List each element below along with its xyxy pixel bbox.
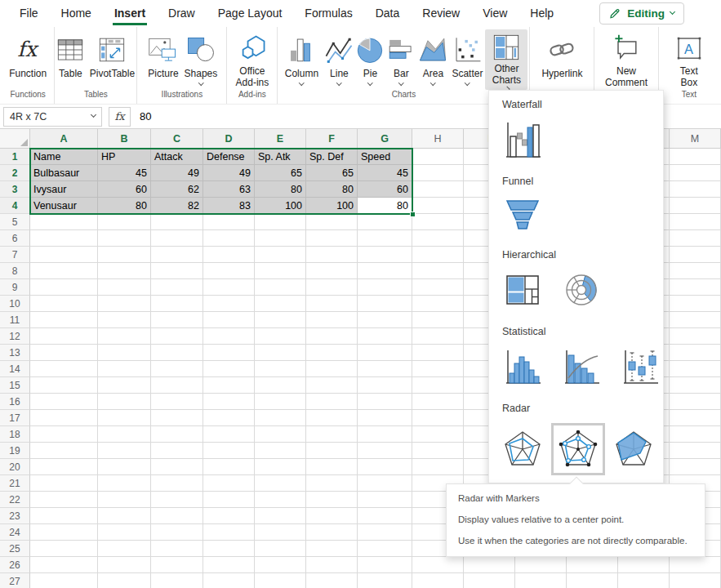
row-header-1[interactable]: 1 xyxy=(0,149,30,165)
ribbon-button-office-addins[interactable]: Office Add-ins xyxy=(229,29,275,90)
row-header-3[interactable]: 3 xyxy=(0,181,30,198)
menu-insert[interactable]: Insert xyxy=(103,0,157,27)
menu-view[interactable]: View xyxy=(471,0,518,27)
cell-A3[interactable]: Ivysaur xyxy=(30,181,98,198)
cell-D2[interactable]: 49 xyxy=(203,165,255,181)
row-header-21[interactable]: 21 xyxy=(0,475,30,492)
ribbon-button-column-chart[interactable]: Column xyxy=(279,29,323,90)
column-header-M[interactable]: M xyxy=(670,129,721,149)
row-header-15[interactable]: 15 xyxy=(0,377,30,394)
row-header-2[interactable]: 2 xyxy=(0,165,30,181)
sunburst-chart-icon[interactable] xyxy=(561,270,602,310)
ribbon-button-function[interactable]: fx Function xyxy=(3,29,52,90)
cell-A1[interactable]: Name xyxy=(30,149,98,165)
insert-function-button[interactable]: fx xyxy=(109,107,131,127)
editing-mode-button[interactable]: Editing xyxy=(599,2,684,24)
cell-E1[interactable]: Sp. Atk xyxy=(255,149,306,165)
cell-D3[interactable]: 63 xyxy=(203,181,255,198)
menu-review[interactable]: Review xyxy=(411,0,471,27)
histogram-chart-icon[interactable] xyxy=(502,346,543,387)
fill-handle[interactable] xyxy=(410,212,416,217)
row-header-9[interactable]: 9 xyxy=(0,279,30,296)
cell-F1[interactable]: Sp. Def xyxy=(306,149,358,165)
cell-F2[interactable]: 65 xyxy=(306,165,358,181)
row-header-17[interactable]: 17 xyxy=(0,410,30,426)
menu-draw[interactable]: Draw xyxy=(157,0,207,27)
column-header-B[interactable]: B xyxy=(98,129,151,149)
cell-C1[interactable]: Attack xyxy=(151,149,203,165)
cell-G4[interactable]: 80 xyxy=(358,198,412,214)
filled-radar-chart-icon[interactable] xyxy=(613,429,654,470)
ribbon-button-other-charts[interactable]: Other Charts xyxy=(485,29,527,90)
ribbon-button-pivottable[interactable]: PivotTable xyxy=(87,29,137,90)
cell-G3[interactable]: 60 xyxy=(358,181,412,198)
ribbon-button-pie-chart[interactable]: Pie xyxy=(354,29,385,90)
funnel-chart-icon[interactable] xyxy=(502,196,543,234)
column-header-E[interactable]: E xyxy=(255,129,306,149)
cell-B1[interactable]: HP xyxy=(98,149,151,165)
pareto-chart-icon[interactable] xyxy=(561,346,602,387)
ribbon-button-hyperlink[interactable]: Hyperlink xyxy=(532,29,592,90)
cell-C4[interactable]: 82 xyxy=(151,198,203,214)
menu-home[interactable]: Home xyxy=(50,0,103,27)
row-header-8[interactable]: 8 xyxy=(0,263,30,279)
cell-E2[interactable]: 65 xyxy=(255,165,306,181)
ribbon-button-bar-chart[interactable]: Bar xyxy=(385,29,416,90)
cell-D1[interactable]: Defense xyxy=(203,149,255,165)
radar-chart-icon[interactable] xyxy=(502,429,543,470)
cell-E4[interactable]: 100 xyxy=(255,198,306,214)
row-header-11[interactable]: 11 xyxy=(0,312,30,328)
cell-E3[interactable]: 80 xyxy=(255,181,306,198)
menu-page-layout[interactable]: Page Layout xyxy=(207,0,294,27)
row-header-7[interactable]: 7 xyxy=(0,247,30,263)
ribbon-button-shapes[interactable]: Shapes xyxy=(182,29,220,90)
cell-F4[interactable]: 100 xyxy=(306,198,358,214)
column-header-D[interactable]: D xyxy=(203,129,255,149)
row-header-23[interactable]: 23 xyxy=(0,508,30,524)
row-header-20[interactable]: 20 xyxy=(0,459,30,475)
row-header-13[interactable]: 13 xyxy=(0,345,30,361)
select-all-corner[interactable] xyxy=(0,129,30,149)
name-box[interactable]: 4R x 7C xyxy=(3,107,102,127)
row-header-19[interactable]: 19 xyxy=(0,443,30,459)
row-header-16[interactable]: 16 xyxy=(0,394,30,410)
ribbon-button-table[interactable]: Table xyxy=(54,29,87,90)
menu-file[interactable]: File xyxy=(8,0,50,27)
cell-B3[interactable]: 60 xyxy=(98,181,151,198)
column-header-G[interactable]: G xyxy=(358,129,412,149)
ribbon-button-scatter-chart[interactable]: Scatter xyxy=(449,29,485,90)
cell-G2[interactable]: 45 xyxy=(358,165,412,181)
cell-C3[interactable]: 62 xyxy=(151,181,203,198)
cell-G1[interactable]: Speed xyxy=(358,149,412,165)
ribbon-button-new-comment[interactable]: New Comment xyxy=(598,29,655,90)
row-header-12[interactable]: 12 xyxy=(0,328,30,345)
row-header-10[interactable]: 10 xyxy=(0,296,30,312)
column-header-H[interactable]: H xyxy=(412,129,464,149)
treemap-chart-icon[interactable] xyxy=(502,270,543,310)
cell-C2[interactable]: 49 xyxy=(151,165,203,181)
row-header-18[interactable]: 18 xyxy=(0,426,30,443)
row-header-4[interactable]: 4 xyxy=(0,198,30,214)
ribbon-button-line-chart[interactable]: Line xyxy=(323,29,354,90)
ribbon-button-picture[interactable]: Picture xyxy=(145,29,182,90)
ribbon-button-text-box[interactable]: A Text Box xyxy=(671,29,707,90)
cell-A4[interactable]: Venusaur xyxy=(30,198,98,214)
row-header-5[interactable]: 5 xyxy=(0,214,30,230)
waterfall-chart-icon[interactable] xyxy=(502,119,543,160)
column-header-C[interactable]: C xyxy=(151,129,203,149)
row-header-22[interactable]: 22 xyxy=(0,492,30,508)
formula-input[interactable]: 80 xyxy=(140,110,151,122)
row-header-25[interactable]: 25 xyxy=(0,541,30,557)
ribbon-button-area-chart[interactable]: Area xyxy=(416,29,449,90)
menu-formulas[interactable]: Formulas xyxy=(293,0,363,27)
row-header-24[interactable]: 24 xyxy=(0,524,30,541)
cell-A2[interactable]: Bulbasaur xyxy=(30,165,98,181)
cell-D4[interactable]: 83 xyxy=(203,198,255,214)
box-whisker-chart-icon[interactable] xyxy=(620,346,661,387)
cell-B4[interactable]: 80 xyxy=(98,198,151,214)
column-header-A[interactable]: A xyxy=(30,129,98,149)
cell-B2[interactable]: 45 xyxy=(98,165,151,181)
row-header-27[interactable]: 27 xyxy=(0,573,30,588)
cell-F3[interactable]: 80 xyxy=(306,181,358,198)
radar-markers-chart-icon[interactable] xyxy=(558,429,599,470)
